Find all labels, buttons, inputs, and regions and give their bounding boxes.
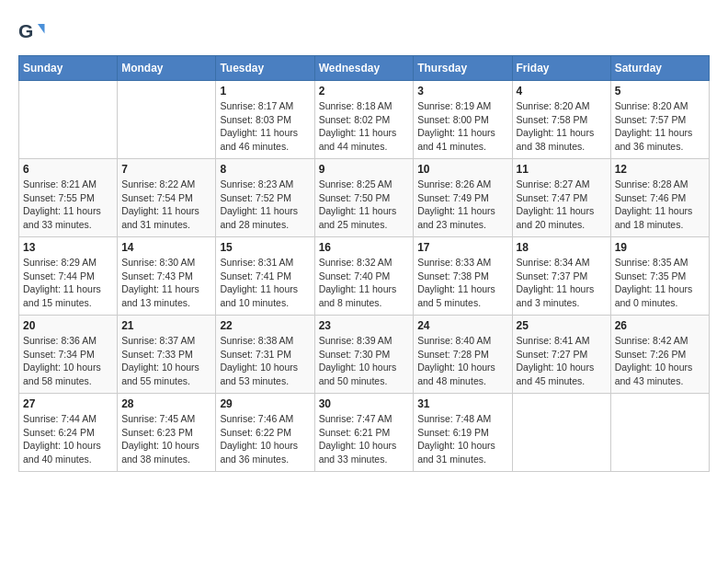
logo: G — [18, 18, 50, 46]
calendar-week-2: 13Sunrise: 8:29 AM Sunset: 7:44 PM Dayli… — [19, 237, 710, 316]
weekday-header-monday: Monday — [118, 56, 216, 81]
day-number: 31 — [417, 397, 507, 410]
calendar-day: 9Sunrise: 8:25 AM Sunset: 7:50 PM Daylig… — [314, 159, 414, 237]
day-info: Sunrise: 8:26 AM Sunset: 7:49 PM Dayligh… — [417, 178, 507, 232]
day-info: Sunrise: 7:46 AM Sunset: 6:22 PM Dayligh… — [220, 412, 310, 466]
weekday-header-thursday: Thursday — [414, 56, 512, 81]
day-number: 22 — [220, 319, 310, 332]
weekday-header-friday: Friday — [512, 56, 610, 81]
day-number: 19 — [615, 241, 705, 254]
weekday-row: SundayMondayTuesdayWednesdayThursdayFrid… — [19, 56, 710, 81]
calendar-day — [512, 394, 610, 472]
day-number: 18 — [517, 241, 607, 254]
logo-icon: G — [18, 18, 46, 46]
day-number: 8 — [220, 163, 310, 176]
calendar-day: 25Sunrise: 8:41 AM Sunset: 7:27 PM Dayli… — [512, 316, 610, 394]
calendar-week-1: 6Sunrise: 8:21 AM Sunset: 7:55 PM Daylig… — [19, 159, 710, 237]
day-number: 7 — [121, 163, 211, 176]
day-info: Sunrise: 8:29 AM Sunset: 7:44 PM Dayligh… — [23, 256, 113, 310]
calendar-day: 18Sunrise: 8:34 AM Sunset: 7:37 PM Dayli… — [512, 237, 610, 316]
calendar-day: 7Sunrise: 8:22 AM Sunset: 7:54 PM Daylig… — [118, 159, 216, 237]
calendar-day: 11Sunrise: 8:27 AM Sunset: 7:47 PM Dayli… — [512, 159, 610, 237]
day-info: Sunrise: 8:20 AM Sunset: 7:58 PM Dayligh… — [517, 99, 607, 154]
day-number: 15 — [220, 241, 310, 254]
calendar-header: SundayMondayTuesdayWednesdayThursdayFrid… — [19, 56, 710, 81]
calendar-day: 3Sunrise: 8:19 AM Sunset: 8:00 PM Daylig… — [414, 81, 512, 159]
day-number: 3 — [417, 85, 507, 98]
day-info: Sunrise: 8:18 AM Sunset: 8:02 PM Dayligh… — [319, 99, 410, 154]
calendar-day: 30Sunrise: 7:47 AM Sunset: 6:21 PM Dayli… — [314, 394, 414, 472]
calendar-week-0: 1Sunrise: 8:17 AM Sunset: 8:03 PM Daylig… — [19, 81, 710, 159]
day-number: 13 — [23, 241, 113, 254]
day-number: 16 — [319, 241, 410, 254]
svg-text:G: G — [18, 20, 33, 41]
day-number: 20 — [23, 319, 113, 332]
day-info: Sunrise: 8:27 AM Sunset: 7:47 PM Dayligh… — [517, 178, 607, 232]
calendar-day: 2Sunrise: 8:18 AM Sunset: 8:02 PM Daylig… — [314, 81, 414, 159]
calendar-day: 5Sunrise: 8:20 AM Sunset: 7:57 PM Daylig… — [610, 81, 709, 159]
day-number: 21 — [121, 319, 211, 332]
calendar-day: 21Sunrise: 8:37 AM Sunset: 7:33 PM Dayli… — [118, 316, 216, 394]
day-number: 1 — [220, 85, 310, 98]
calendar-day: 14Sunrise: 8:30 AM Sunset: 7:43 PM Dayli… — [118, 237, 216, 316]
day-number: 9 — [319, 163, 410, 176]
day-info: Sunrise: 8:40 AM Sunset: 7:28 PM Dayligh… — [417, 334, 507, 388]
calendar-day: 10Sunrise: 8:26 AM Sunset: 7:49 PM Dayli… — [414, 159, 512, 237]
day-number: 28 — [121, 397, 211, 410]
calendar-table: SundayMondayTuesdayWednesdayThursdayFrid… — [18, 55, 710, 472]
day-number: 14 — [121, 241, 211, 254]
calendar-week-4: 27Sunrise: 7:44 AM Sunset: 6:24 PM Dayli… — [19, 394, 710, 472]
calendar-day: 23Sunrise: 8:39 AM Sunset: 7:30 PM Dayli… — [314, 316, 414, 394]
calendar-day: 27Sunrise: 7:44 AM Sunset: 6:24 PM Dayli… — [19, 394, 118, 472]
calendar-day: 8Sunrise: 8:23 AM Sunset: 7:52 PM Daylig… — [216, 159, 314, 237]
calendar-day: 20Sunrise: 8:36 AM Sunset: 7:34 PM Dayli… — [19, 316, 118, 394]
day-info: Sunrise: 7:45 AM Sunset: 6:23 PM Dayligh… — [121, 412, 211, 466]
day-info: Sunrise: 8:17 AM Sunset: 8:03 PM Dayligh… — [220, 99, 310, 154]
day-info: Sunrise: 8:37 AM Sunset: 7:33 PM Dayligh… — [121, 334, 211, 388]
day-number: 26 — [615, 319, 705, 332]
day-info: Sunrise: 8:21 AM Sunset: 7:55 PM Dayligh… — [23, 178, 113, 232]
weekday-header-saturday: Saturday — [610, 56, 709, 81]
day-info: Sunrise: 8:23 AM Sunset: 7:52 PM Dayligh… — [220, 178, 310, 232]
day-info: Sunrise: 8:22 AM Sunset: 7:54 PM Dayligh… — [121, 178, 211, 232]
calendar-day: 6Sunrise: 8:21 AM Sunset: 7:55 PM Daylig… — [19, 159, 118, 237]
day-number: 5 — [615, 85, 705, 98]
day-info: Sunrise: 8:34 AM Sunset: 7:37 PM Dayligh… — [517, 256, 607, 310]
day-info: Sunrise: 8:42 AM Sunset: 7:26 PM Dayligh… — [615, 334, 705, 388]
calendar-day — [610, 394, 709, 472]
calendar-day: 26Sunrise: 8:42 AM Sunset: 7:26 PM Dayli… — [610, 316, 709, 394]
weekday-header-sunday: Sunday — [19, 56, 118, 81]
calendar-day: 15Sunrise: 8:31 AM Sunset: 7:41 PM Dayli… — [216, 237, 314, 316]
day-info: Sunrise: 8:32 AM Sunset: 7:40 PM Dayligh… — [319, 256, 410, 310]
day-info: Sunrise: 7:47 AM Sunset: 6:21 PM Dayligh… — [319, 412, 410, 466]
day-number: 17 — [417, 241, 507, 254]
calendar-day — [19, 81, 118, 159]
day-info: Sunrise: 8:20 AM Sunset: 7:57 PM Dayligh… — [615, 99, 705, 154]
day-number: 23 — [319, 319, 410, 332]
day-number: 2 — [319, 85, 410, 98]
day-number: 27 — [23, 397, 113, 410]
calendar-day: 16Sunrise: 8:32 AM Sunset: 7:40 PM Dayli… — [314, 237, 414, 316]
day-number: 25 — [517, 319, 607, 332]
day-info: Sunrise: 8:41 AM Sunset: 7:27 PM Dayligh… — [517, 334, 607, 388]
day-info: Sunrise: 8:35 AM Sunset: 7:35 PM Dayligh… — [615, 256, 705, 310]
day-number: 6 — [23, 163, 113, 176]
day-number: 10 — [417, 163, 507, 176]
calendar-body: 1Sunrise: 8:17 AM Sunset: 8:03 PM Daylig… — [19, 81, 710, 472]
weekday-header-tuesday: Tuesday — [216, 56, 314, 81]
day-info: Sunrise: 8:39 AM Sunset: 7:30 PM Dayligh… — [319, 334, 410, 388]
calendar-day: 22Sunrise: 8:38 AM Sunset: 7:31 PM Dayli… — [216, 316, 314, 394]
calendar-day: 1Sunrise: 8:17 AM Sunset: 8:03 PM Daylig… — [216, 81, 314, 159]
day-number: 29 — [220, 397, 310, 410]
calendar-day: 19Sunrise: 8:35 AM Sunset: 7:35 PM Dayli… — [610, 237, 709, 316]
calendar-day — [118, 81, 216, 159]
day-number: 24 — [417, 319, 507, 332]
calendar-day: 28Sunrise: 7:45 AM Sunset: 6:23 PM Dayli… — [118, 394, 216, 472]
day-number: 11 — [517, 163, 607, 176]
svg-marker-1 — [38, 24, 45, 34]
day-info: Sunrise: 8:28 AM Sunset: 7:46 PM Dayligh… — [615, 178, 705, 232]
calendar-day: 31Sunrise: 7:48 AM Sunset: 6:19 PM Dayli… — [414, 394, 512, 472]
day-info: Sunrise: 8:38 AM Sunset: 7:31 PM Dayligh… — [220, 334, 310, 388]
day-info: Sunrise: 8:31 AM Sunset: 7:41 PM Dayligh… — [220, 256, 310, 310]
calendar-day: 13Sunrise: 8:29 AM Sunset: 7:44 PM Dayli… — [19, 237, 118, 316]
